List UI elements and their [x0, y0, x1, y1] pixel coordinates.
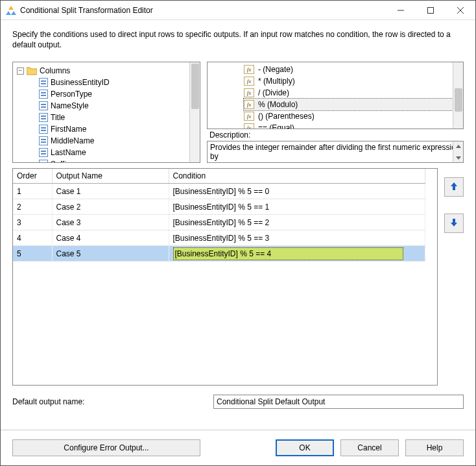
col-header-order[interactable]: Order [13, 169, 52, 184]
function-label: == (Equal) [258, 122, 294, 129]
tree-root-label: Columns [40, 65, 70, 77]
cell-output-name[interactable]: Case 3 [52, 215, 169, 230]
minimize-button[interactable] [386, 1, 416, 19]
scrollbar[interactable] [189, 62, 200, 162]
cell-condition[interactable]: [BusinessEntityID] % 5 == 3 [169, 230, 425, 246]
cell-condition[interactable]: [BusinessEntityID] % 5 == 1 [169, 199, 425, 215]
condition-editor[interactable]: [BusinessEntityID] % 5 == 4 [173, 247, 403, 260]
cell-condition[interactable]: [BusinessEntityID] % 5 == 2 [169, 215, 425, 230]
scrollbar-thumb[interactable] [191, 64, 199, 109]
cell-condition[interactable]: [BusinessEntityID] % 5 == 4 [169, 246, 425, 262]
tree-item[interactable]: BusinessEntityID [39, 77, 196, 88]
function-label: * (Multiply) [258, 75, 295, 87]
function-label: - (Negate) [258, 64, 293, 75]
column-icon [39, 90, 48, 99]
help-button[interactable]: Help [405, 439, 464, 456]
window-title: Conditional Split Transformation Editor [20, 6, 386, 15]
condition-text: [BusinessEntityID] % 5 == 0 [173, 187, 270, 196]
svg-marker-1 [6, 11, 11, 15]
function-item[interactable]: fx* (Multiply) [244, 75, 460, 87]
column-icon [39, 113, 48, 122]
description-text: Provides the integer remainder after div… [210, 143, 460, 161]
maximize-button[interactable] [416, 1, 446, 19]
fx-icon: fx [244, 123, 254, 129]
scrollbar-thumb[interactable] [455, 88, 462, 112]
tree-item[interactable]: Suffix [39, 158, 196, 163]
move-up-button[interactable] [444, 177, 464, 197]
fx-icon: fx [244, 112, 254, 121]
cell-output-name[interactable]: Case 2 [52, 199, 169, 215]
ok-button[interactable]: OK [276, 439, 334, 456]
conditions-grid[interactable]: Order Output Name Condition 1Case 1[Busi… [12, 168, 438, 386]
fx-icon: fx [244, 88, 254, 97]
table-row[interactable]: 2Case 2[BusinessEntityID] % 5 == 1 [13, 199, 425, 215]
cell-order[interactable]: 4 [13, 230, 52, 246]
column-icon [39, 78, 48, 87]
scroll-up-icon[interactable] [453, 141, 463, 151]
columns-tree-pane[interactable]: − Columns BusinessEntityIDPersonTypeName… [12, 62, 200, 163]
function-label: / (Divide) [258, 87, 289, 99]
window: Conditional Split Transformation Editor … [0, 0, 476, 466]
cell-order[interactable]: 3 [13, 215, 52, 230]
condition-text: [BusinessEntityID] % 5 == 2 [173, 218, 270, 227]
cell-order[interactable]: 2 [13, 199, 52, 215]
window-controls [386, 1, 475, 19]
scrollbar[interactable] [453, 141, 463, 162]
functions-pane[interactable]: fx- (Negate)fx* (Multiply)fx/ (Divide)fx… [207, 62, 464, 129]
table-row[interactable]: 1Case 1[BusinessEntityID] % 5 == 0 [13, 184, 425, 199]
cell-output-name[interactable]: Case 1 [52, 184, 169, 199]
cancel-button[interactable]: Cancel [340, 439, 399, 456]
col-header-condition[interactable]: Condition [169, 169, 425, 184]
svg-rect-4 [428, 7, 434, 13]
description-label: Description: [207, 129, 464, 141]
tree-item[interactable]: Title [39, 112, 196, 123]
column-icon [39, 125, 48, 134]
tree-item-label: LastName [51, 147, 86, 158]
tree-item[interactable]: NameStyle [39, 100, 196, 112]
tree-item[interactable]: MiddleName [39, 135, 196, 147]
cell-condition[interactable]: [BusinessEntityID] % 5 == 0 [169, 184, 425, 199]
tree-item-label: NameStyle [51, 100, 89, 112]
svg-marker-7 [456, 145, 461, 148]
tree-item-label: BusinessEntityID [51, 77, 110, 88]
configure-error-output-button[interactable]: Configure Error Output... [12, 439, 200, 456]
tree-item[interactable]: FirstName [39, 123, 196, 135]
column-icon [39, 136, 48, 145]
function-item[interactable]: fx== (Equal) [244, 122, 460, 129]
close-button[interactable] [446, 1, 475, 19]
description-box: Provides the integer remainder after div… [207, 141, 464, 163]
function-item[interactable]: fx() (Parentheses) [244, 110, 460, 122]
move-down-button[interactable] [444, 214, 464, 233]
scroll-down-icon[interactable] [453, 153, 463, 162]
tree-item[interactable]: LastName [39, 147, 196, 158]
cell-output-name[interactable]: Case 4 [52, 230, 169, 246]
scrollbar[interactable] [453, 62, 463, 129]
col-header-name[interactable]: Output Name [52, 169, 169, 184]
fx-icon: fx [244, 77, 254, 86]
cell-order[interactable]: 5 [13, 246, 52, 262]
cell-order[interactable]: 1 [13, 184, 52, 199]
column-icon [39, 160, 48, 163]
column-icon [39, 101, 48, 110]
tree-item-label: MiddleName [51, 135, 94, 147]
collapse-icon[interactable]: − [17, 67, 24, 75]
tree-item-label: FirstName [51, 123, 86, 135]
function-item[interactable]: fx/ (Divide) [244, 87, 460, 99]
table-row[interactable]: 3Case 3[BusinessEntityID] % 5 == 2 [13, 215, 425, 230]
default-output-input[interactable] [213, 395, 464, 409]
function-item[interactable]: fx- (Negate) [244, 64, 460, 75]
cell-output-name[interactable]: Case 5 [52, 246, 169, 262]
tree-item-label: Suffix [51, 158, 70, 163]
tree-item-label: Title [51, 112, 65, 123]
column-icon [39, 148, 48, 157]
table-row[interactable]: 5Case 5[BusinessEntityID] % 5 == 4 [13, 246, 425, 262]
tree-item-label: PersonType [51, 88, 92, 100]
tree-root[interactable]: − Columns [17, 65, 196, 77]
tree-item[interactable]: PersonType [39, 88, 196, 100]
app-icon [6, 5, 16, 16]
svg-marker-2 [11, 11, 16, 15]
function-item[interactable]: fx% (Modulo) [244, 99, 460, 110]
table-row[interactable]: 4Case 4[BusinessEntityID] % 5 == 3 [13, 230, 425, 246]
condition-text: [BusinessEntityID] % 5 == 3 [173, 234, 270, 243]
fx-icon: fx [244, 65, 254, 74]
